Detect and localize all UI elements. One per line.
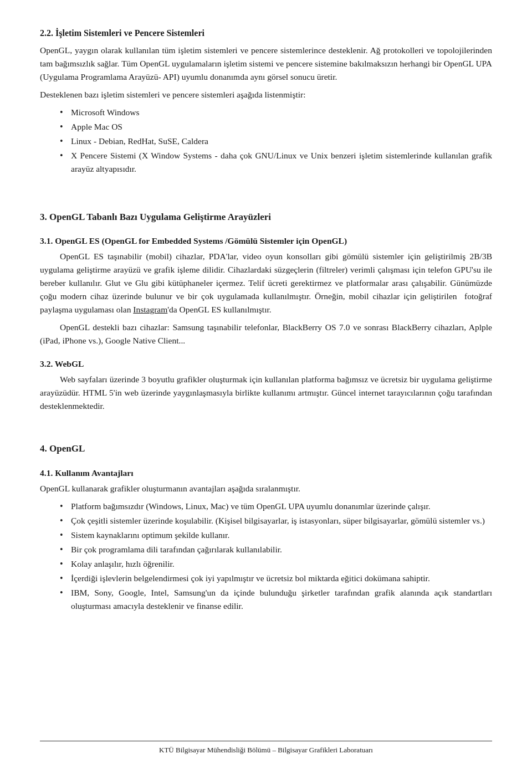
- page: 2.2. İşletim Sistemleri ve Pencere Siste…: [0, 0, 532, 769]
- section-2-2: 2.2. İşletim Sistemleri ve Pencere Siste…: [40, 27, 492, 176]
- section-4-1: 4.1. Kullanım Avantajları OpenGL kullana…: [40, 466, 492, 613]
- list-item: Microsoft Windows: [60, 106, 492, 119]
- list-item: IBM, Sony, Google, Intel, Samsung'un da …: [60, 586, 492, 613]
- list-item: Sistem kaynaklarını optimum şekilde kull…: [60, 529, 492, 542]
- section-3-2-title: 3.2. WebGL: [40, 357, 492, 371]
- section-2-2-para2: Desteklenen bazı işletim sistemleri ve p…: [40, 88, 492, 101]
- list-item: Kolay anlaşılır, hızlı öğrenilir.: [60, 557, 492, 571]
- section-3-1-para2: OpenGL destekli bazı cihazlar: Samsung t…: [40, 321, 492, 347]
- section-2-2-title: 2.2. İşletim Sistemleri ve Pencere Siste…: [40, 27, 492, 40]
- section-3-2: 3.2. WebGL Web sayfaları üzerinde 3 boyu…: [40, 357, 492, 413]
- instagram-link: Instagram: [133, 305, 167, 314]
- section-4-1-title: 4.1. Kullanım Avantajları: [40, 466, 492, 480]
- footer: KTÜ Bilgisayar Mühendisliği Bölümü – Bil…: [40, 741, 492, 756]
- section-2-2-list: Microsoft Windows Apple Mac OS Linux - D…: [60, 106, 492, 176]
- list-item: İçerdiği işlevlerin belgelendirmesi çok …: [60, 572, 492, 585]
- section-3: 3. OpenGL Tabanlı Bazı Uygulama Geliştir…: [40, 210, 492, 413]
- section-3-2-para1: Web sayfaları üzerinde 3 boyutlu grafikl…: [40, 373, 492, 413]
- list-item: Çok çeşitli sistemler üzerinde koşulabil…: [60, 514, 492, 527]
- section-4-1-intro: OpenGL kullanarak grafikler oluşturmanın…: [40, 482, 492, 495]
- section-4-title: 4. OpenGL: [40, 442, 492, 456]
- section-4: 4. OpenGL 4.1. Kullanım Avantajları Open…: [40, 442, 492, 613]
- section-3-1-title: 3.1. OpenGL ES (OpenGL for Embedded Syst…: [40, 234, 492, 248]
- section-3-1-para1: OpenGL ES taşınabilir (mobil) cihazlar, …: [40, 250, 492, 316]
- section-3-1: 3.1. OpenGL ES (OpenGL for Embedded Syst…: [40, 234, 492, 347]
- list-item: Apple Mac OS: [60, 120, 492, 134]
- footer-text: KTÜ Bilgisayar Mühendisliği Bölümü – Bil…: [159, 746, 373, 754]
- section-4-1-list: Platform bağımsızdır (Windows, Linux, Ma…: [60, 500, 492, 613]
- list-item: X Pencere Sistemi (X Window Systems - da…: [60, 149, 492, 176]
- list-item: Platform bağımsızdır (Windows, Linux, Ma…: [60, 500, 492, 513]
- list-item: Bir çok programlama dili tarafından çağı…: [60, 543, 492, 556]
- section-2-2-para1: OpenGL, yaygın olarak kullanılan tüm işl…: [40, 44, 492, 84]
- list-item: Linux - Debian, RedHat, SuSE, Caldera: [60, 135, 492, 148]
- section-3-title: 3. OpenGL Tabanlı Bazı Uygulama Geliştir…: [40, 210, 492, 224]
